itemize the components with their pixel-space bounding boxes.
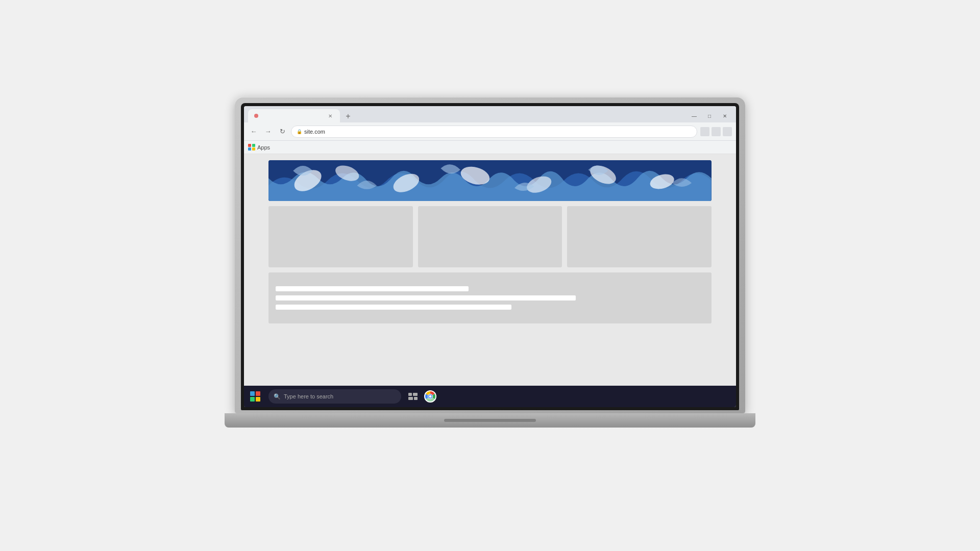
trackpad-indicator: [444, 419, 536, 422]
scene: ✕ + — □ ✕ ← →: [0, 0, 980, 551]
svg-rect-10: [408, 397, 413, 400]
new-tab-button[interactable]: +: [342, 110, 354, 122]
screen-bezel: ✕ + — □ ✕ ← →: [241, 103, 739, 410]
bookmarks-bar: Apps: [244, 141, 736, 154]
chrome-taskbar-icon[interactable]: [423, 389, 438, 404]
maximize-button[interactable]: □: [702, 111, 717, 120]
browser-tab[interactable]: ✕: [248, 109, 340, 122]
apps-bookmark[interactable]: Apps: [248, 144, 270, 151]
hero-banner: [268, 160, 712, 201]
laptop-lid: ✕ + — □ ✕ ← →: [235, 97, 745, 413]
taskbar-search-bar[interactable]: 🔍 Type here to search: [268, 389, 401, 404]
card-1: [268, 206, 413, 267]
address-bar[interactable]: 🔒 site.com: [291, 126, 697, 138]
content-block: [268, 272, 712, 323]
extension-icons: [700, 127, 732, 136]
taskbar-apps: [405, 389, 438, 404]
back-button[interactable]: ←: [248, 126, 259, 137]
task-view-button[interactable]: [405, 389, 421, 404]
svg-point-15: [429, 395, 432, 398]
svg-rect-11: [414, 397, 418, 400]
svg-rect-8: [408, 393, 412, 396]
taskbar-search-icon: 🔍: [274, 393, 281, 400]
content-line-2: [276, 295, 576, 300]
minimize-button[interactable]: —: [687, 111, 701, 120]
window-controls: — □ ✕: [687, 111, 732, 120]
browser-window: ✕ + — □ ✕ ← →: [244, 106, 736, 407]
lock-icon: 🔒: [297, 129, 302, 134]
ext-icon-3[interactable]: [723, 127, 732, 136]
card-2: [418, 206, 562, 267]
laptop-screen: ✕ + — □ ✕ ← →: [244, 106, 736, 407]
address-text: site.com: [304, 129, 325, 135]
page-content: [244, 154, 736, 386]
cards-grid: [268, 206, 712, 267]
taskbar: 🔍 Type here to search: [244, 386, 736, 407]
browser-toolbar: ← → ↻ 🔒 site.com: [244, 122, 736, 141]
content-line-1: [276, 286, 469, 291]
windows-logo: [250, 391, 260, 402]
apps-label: Apps: [257, 144, 270, 151]
forward-button[interactable]: →: [262, 126, 274, 137]
card-3: [567, 206, 712, 267]
tab-favicon: [254, 114, 258, 118]
ext-icon-1[interactable]: [700, 127, 709, 136]
svg-rect-9: [413, 393, 418, 396]
ext-icon-2[interactable]: [712, 127, 721, 136]
close-button[interactable]: ✕: [718, 111, 732, 120]
start-button[interactable]: [244, 386, 266, 407]
content-line-3: [276, 305, 511, 310]
laptop-base: [225, 413, 755, 428]
apps-grid-icon: [248, 144, 255, 151]
tab-close-button[interactable]: ✕: [327, 112, 334, 119]
refresh-button[interactable]: ↻: [277, 126, 288, 137]
tab-bar: ✕ + — □ ✕: [244, 106, 736, 122]
taskbar-search-placeholder: Type here to search: [284, 393, 333, 399]
laptop: ✕ + — □ ✕ ← →: [219, 97, 761, 454]
